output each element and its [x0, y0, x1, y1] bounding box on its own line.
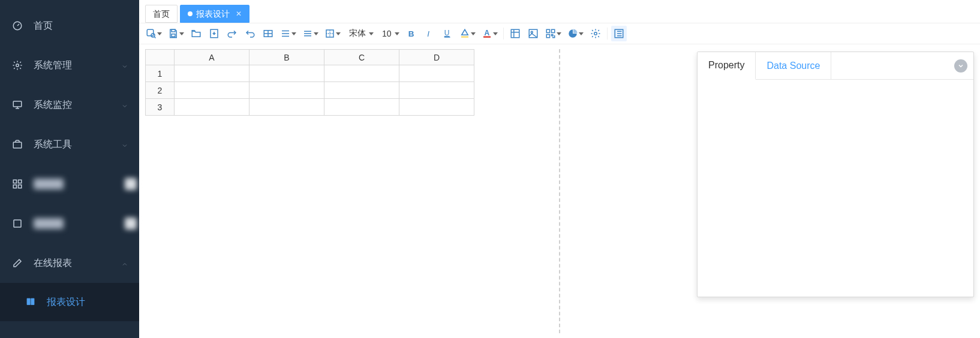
close-icon[interactable]: ✕: [236, 5, 242, 22]
sidebar-subitem-report-design[interactable]: 报表设计: [0, 283, 139, 321]
chevron-down-icon: [121, 141, 128, 148]
svg-rect-26: [546, 29, 549, 32]
column-header[interactable]: C: [324, 50, 399, 65]
svg-rect-28: [546, 35, 549, 38]
column-header[interactable]: D: [399, 50, 474, 65]
svg-rect-3: [13, 142, 22, 148]
caret-down-icon: [179, 32, 184, 35]
cell[interactable]: [324, 99, 399, 116]
row-header[interactable]: 2: [146, 82, 175, 99]
svg-text:U: U: [444, 29, 449, 37]
sidebar-item-label: [34, 179, 64, 189]
property-panel: Property Data Source: [697, 52, 974, 297]
svg-rect-5: [19, 180, 22, 183]
cell[interactable]: [399, 82, 474, 99]
cell[interactable]: [175, 82, 249, 99]
italic-button[interactable]: I: [422, 26, 437, 41]
cell[interactable]: [249, 99, 324, 116]
svg-rect-2: [13, 101, 22, 107]
caret-down-icon: [579, 32, 584, 35]
column-header[interactable]: B: [249, 50, 324, 65]
caret-down-icon: [157, 32, 162, 35]
sidebar-item-system-monitor[interactable]: 系统监控: [0, 85, 139, 125]
save-button[interactable]: [166, 26, 186, 41]
redo-button[interactable]: [224, 26, 240, 41]
grid-icon: [12, 179, 23, 189]
panel-collapse-button[interactable]: [954, 59, 967, 73]
sidebar-item-obscured-1[interactable]: [0, 164, 139, 204]
tab-home[interactable]: 首页: [145, 5, 178, 23]
cell[interactable]: [399, 99, 474, 116]
table-row: 1: [146, 65, 474, 82]
cell[interactable]: [324, 82, 399, 99]
tab-report-design[interactable]: 报表设计 ✕: [180, 5, 249, 23]
svg-rect-9: [147, 29, 154, 36]
column-header[interactable]: A: [175, 50, 249, 65]
panel-tabs: Property Data Source: [698, 52, 973, 80]
font-size-label: 10: [380, 29, 394, 38]
svg-text:I: I: [427, 29, 429, 38]
svg-text:B: B: [408, 29, 414, 38]
panel-tab-datasource[interactable]: Data Source: [756, 52, 831, 79]
sidebar-item-label: 首页: [34, 20, 53, 32]
preview-button[interactable]: [144, 26, 164, 41]
cell[interactable]: [249, 82, 324, 99]
svg-rect-22: [483, 37, 491, 38]
cell[interactable]: [324, 65, 399, 82]
merge-cells-button[interactable]: [260, 26, 276, 41]
panel-body: [698, 80, 973, 297]
table-row: 2: [146, 82, 474, 99]
underline-button[interactable]: U: [440, 26, 455, 41]
cell[interactable]: [175, 65, 249, 82]
open-button[interactable]: [188, 26, 204, 41]
page-tabs: 首页 报表设计 ✕: [139, 0, 980, 23]
chevron-down-icon: [121, 62, 128, 69]
image-button[interactable]: [525, 26, 541, 41]
svg-rect-6: [13, 185, 16, 188]
font-color-button[interactable]: A: [480, 26, 500, 41]
sidebar-item-home[interactable]: 首页: [0, 6, 139, 46]
sidebar-item-system-manage[interactable]: 系统管理: [0, 46, 139, 85]
panel-tab-property[interactable]: Property: [698, 52, 756, 80]
sidebar-item-online-report[interactable]: 在线报表: [0, 243, 139, 283]
chevron-down-icon: [121, 101, 128, 108]
import-button[interactable]: [206, 26, 222, 41]
cell[interactable]: [175, 99, 249, 116]
borders-button[interactable]: [323, 26, 342, 41]
sidebar-item-label: 系统监控: [34, 99, 72, 111]
align-vertical-button[interactable]: [300, 26, 320, 41]
font-size-dropdown[interactable]: 10: [378, 26, 401, 41]
chevron-up-icon: [121, 259, 128, 267]
crosstab-button[interactable]: [507, 26, 523, 41]
background-color-button[interactable]: [458, 26, 477, 41]
caret-down-icon: [557, 32, 561, 35]
bold-button[interactable]: B: [404, 26, 419, 41]
row-header[interactable]: 1: [146, 65, 175, 82]
cell[interactable]: [399, 65, 474, 82]
qrcode-button[interactable]: [543, 26, 563, 41]
panel-toggle-button[interactable]: [611, 26, 627, 41]
chart-button[interactable]: [566, 26, 585, 41]
spreadsheet: A B C D 1 2: [145, 49, 474, 116]
font-name-dropdown[interactable]: 宋体: [345, 26, 375, 41]
modified-dot-icon: [188, 11, 193, 16]
gear-icon: [12, 60, 23, 71]
undo-button[interactable]: [242, 26, 258, 41]
sidebar-item-obscured-2[interactable]: [0, 204, 139, 243]
caret-down-icon: [395, 32, 399, 35]
select-all-corner[interactable]: [146, 50, 175, 65]
settings-button[interactable]: [588, 26, 603, 41]
toolbar-separator: [503, 28, 504, 40]
dashboard-icon: [12, 20, 23, 31]
obscured-badge: [125, 178, 137, 190]
book-icon: [25, 297, 36, 307]
cell[interactable]: [249, 65, 324, 82]
caret-down-icon: [471, 32, 476, 35]
align-horizontal-button[interactable]: [278, 26, 298, 41]
row-header[interactable]: 3: [146, 99, 175, 116]
sidebar-item-system-tools[interactable]: 系统工具: [0, 125, 139, 164]
briefcase-icon: [12, 139, 23, 150]
caret-down-icon: [291, 32, 296, 35]
svg-rect-7: [19, 185, 22, 188]
svg-rect-23: [511, 29, 519, 38]
